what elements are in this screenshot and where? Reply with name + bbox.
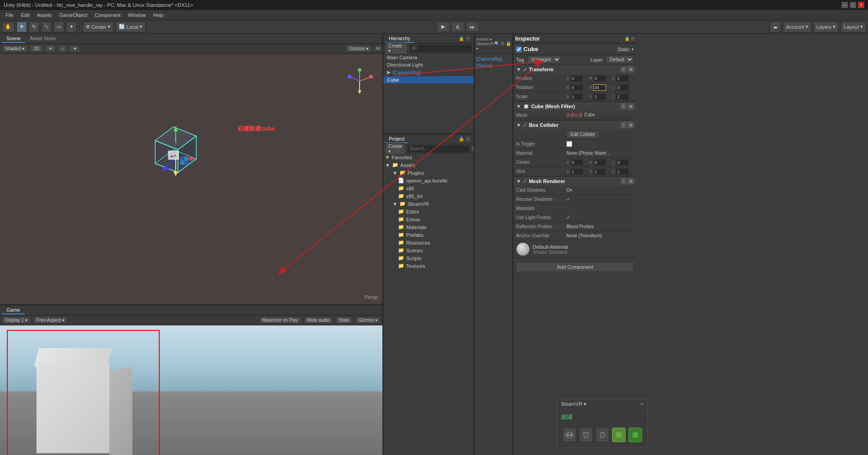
cy-input[interactable]	[593, 159, 606, 166]
layers-btn[interactable]: Layers ▾	[813, 21, 839, 32]
box-collider-settings[interactable]: ?	[620, 122, 627, 128]
project-right-settings-icon[interactable]: ⚙	[501, 41, 505, 46]
maximize-on-play-btn[interactable]: Maximize on Play	[259, 317, 301, 324]
menu-file[interactable]: File	[2, 11, 17, 19]
project-plugins[interactable]: ▼ 📁 Plugins	[383, 169, 474, 177]
scene-tab[interactable]: Scene	[2, 35, 25, 43]
project-x86[interactable]: 📁 x86	[383, 184, 474, 192]
steamvr-controller-left-icon[interactable]	[579, 428, 593, 442]
hierarchy-cube[interactable]: Cube	[383, 76, 474, 84]
hierarchy-directional-light[interactable]: Directional Light	[383, 61, 474, 68]
hierarchy-tab[interactable]: Hierarchy	[385, 35, 414, 43]
box-collider-menu[interactable]: ⚙	[627, 122, 634, 128]
inspector-lock-icon[interactable]: 🔒	[624, 36, 630, 41]
scene-view[interactable]: ☁✦ 右键新建cube	[0, 54, 382, 304]
inspector-menu-icon[interactable]: ☰	[631, 36, 635, 41]
hierarchy-search-input[interactable]	[409, 45, 472, 52]
mesh-filter-menu[interactable]: ⚙	[627, 103, 634, 110]
edit-collider-btn[interactable]: Edit Collider	[566, 131, 599, 138]
sy-input[interactable]	[593, 168, 606, 175]
shading-btn[interactable]: Shaded ▾	[2, 45, 27, 52]
tool-scale[interactable]: ⤡	[41, 21, 52, 32]
tool-move[interactable]: ✥	[16, 21, 27, 32]
project-steamvr-folder[interactable]: ▼ 📁 SteamVR	[383, 200, 474, 208]
add-component-btn[interactable]: Add Component	[516, 262, 634, 272]
project-extras[interactable]: 📁 Extras	[383, 215, 474, 223]
cx-input[interactable]	[570, 159, 583, 166]
pivot-local-btn[interactable]: 🔄 Local ▾	[115, 21, 146, 32]
project-create-btn[interactable]: Create ▾	[385, 143, 405, 155]
steamvr-close-btn[interactable]: ✕	[640, 401, 644, 407]
steamvr-green-icon[interactable]	[628, 428, 642, 442]
menu-edit[interactable]: Edit	[17, 11, 33, 19]
account-btn[interactable]: Account ▾	[783, 21, 811, 32]
project-scenes[interactable]: 📁 Scenes	[383, 246, 474, 254]
pos-y-input[interactable]	[593, 75, 606, 82]
cz-input[interactable]	[616, 159, 629, 166]
rot-z-input[interactable]	[616, 84, 629, 91]
pivot-center-btn[interactable]: ⊕ Center ▾	[83, 21, 114, 32]
project-right-search-icon[interactable]: 🔍	[494, 41, 500, 46]
lighting-btn[interactable]: ☀	[45, 45, 56, 52]
project-textures[interactable]: 📁 Textures	[383, 262, 474, 270]
menu-assets[interactable]: Assets	[33, 11, 56, 19]
pos-x-input[interactable]	[570, 75, 583, 82]
mesh-filter-settings[interactable]: ?	[620, 103, 627, 110]
object-active-checkbox[interactable]	[516, 47, 522, 52]
tool-rotate[interactable]: ↻	[29, 21, 39, 32]
hierarchy-main-camera[interactable]: Main Camera	[383, 54, 474, 61]
mesh-renderer-settings[interactable]: ?	[620, 178, 627, 184]
scale-x-input[interactable]	[570, 94, 583, 100]
static-dropdown-icon[interactable]: ▾	[632, 47, 634, 52]
steamvr-green-active-icon[interactable]	[612, 428, 626, 442]
aspect-btn[interactable]: Free Aspect ▾	[33, 317, 68, 324]
audio-btn[interactable]: ♪	[58, 45, 67, 52]
project-right-lock-icon[interactable]: 🔒	[506, 41, 511, 46]
steamvr-controller-right-icon[interactable]	[596, 428, 609, 442]
sx-input[interactable]	[570, 168, 583, 175]
project-editor[interactable]: 📁 Editor	[383, 208, 474, 215]
menu-window[interactable]: Window	[124, 11, 149, 19]
menu-component[interactable]: Component	[91, 11, 124, 19]
scale-z-input[interactable]	[616, 94, 629, 100]
minimize-btn[interactable]: ─	[842, 2, 848, 8]
project-x86-64[interactable]: 📁 x86_64	[383, 192, 474, 200]
cloud-btn[interactable]: ☁	[769, 21, 781, 32]
scale-y-input[interactable]	[593, 94, 606, 100]
project-openvr[interactable]: 📄 openvr_api.bundle	[383, 177, 474, 184]
camera-rig-item[interactable]: [CameraRig]	[476, 56, 511, 63]
game-gizmos-btn[interactable]: Gizmos ▾	[355, 317, 381, 324]
display-btn[interactable]: Display 1 ▾	[2, 317, 31, 324]
project-scripts[interactable]: 📁 Scripts	[383, 254, 474, 262]
project-resources[interactable]: 📁 Resources	[383, 239, 474, 246]
pos-z-input[interactable]	[616, 75, 629, 82]
transform-menu-icon[interactable]: ⚙	[627, 66, 634, 73]
project-materials-folder[interactable]: 📁 Materials	[383, 223, 474, 231]
tag-select[interactable]: Untagged	[527, 56, 561, 63]
game-tab[interactable]: Game	[2, 306, 25, 314]
project-assets-root[interactable]: ▼ 📁 Assets	[383, 161, 474, 169]
project-lock-icon[interactable]: 🔒	[459, 136, 464, 141]
game-content[interactable]	[0, 325, 382, 455]
stats-btn[interactable]: Stats	[336, 317, 353, 324]
project-favorites[interactable]: ★ Favorites	[383, 153, 474, 161]
hierarchy-menu-icon[interactable]: ☰	[466, 36, 470, 41]
mesh-renderer-menu[interactable]: ⚙	[627, 178, 634, 184]
play-button[interactable]: ▶	[437, 22, 450, 32]
hierarchy-lock-icon[interactable]: 🔒	[459, 36, 464, 41]
maximize-btn[interactable]: □	[850, 2, 856, 8]
mesh-renderer-header[interactable]: ▼ ✓ Mesh Renderer ? ⚙	[513, 177, 637, 186]
layer-select[interactable]: Default	[606, 56, 634, 63]
hierarchy-create-btn[interactable]: Create ▾	[385, 42, 408, 54]
2d-btn[interactable]: 2D	[30, 45, 42, 52]
project-search-input[interactable]	[407, 145, 470, 152]
status-item[interactable]: [Status]	[476, 63, 511, 69]
is-trigger-checkbox[interactable]	[566, 141, 572, 147]
mesh-filter-header[interactable]: ▼ 🔲 Cube (Mesh Filter) ? ⚙	[513, 102, 637, 111]
tool-combo[interactable]: ✦	[66, 21, 77, 32]
gizmos-btn[interactable]: Gizmos ▾	[346, 45, 371, 52]
rot-y-input[interactable]	[593, 84, 606, 91]
layout-btn[interactable]: Layout ▾	[841, 21, 866, 32]
pause-button[interactable]: ⏸	[451, 22, 464, 32]
transform-settings-icon[interactable]: ?	[620, 66, 627, 73]
